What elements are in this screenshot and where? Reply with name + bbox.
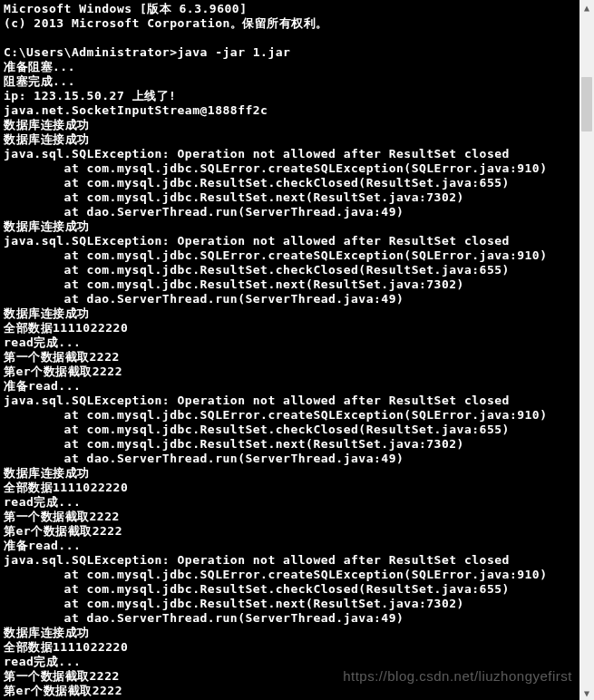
scroll-down-button[interactable]: ▼	[579, 685, 594, 700]
chevron-down-icon: ▼	[584, 688, 589, 698]
console-output: Microsoft Windows [版本 6.3.9600] (c) 2013…	[0, 0, 579, 700]
chevron-up-icon: ▲	[584, 3, 589, 13]
watermark-text: https://blog.csdn.net/liuzhongyefirst	[343, 668, 572, 684]
scroll-thumb[interactable]	[581, 77, 592, 131]
scroll-up-button[interactable]: ▲	[579, 0, 594, 15]
vertical-scrollbar[interactable]: ▲ ▼	[579, 0, 594, 700]
